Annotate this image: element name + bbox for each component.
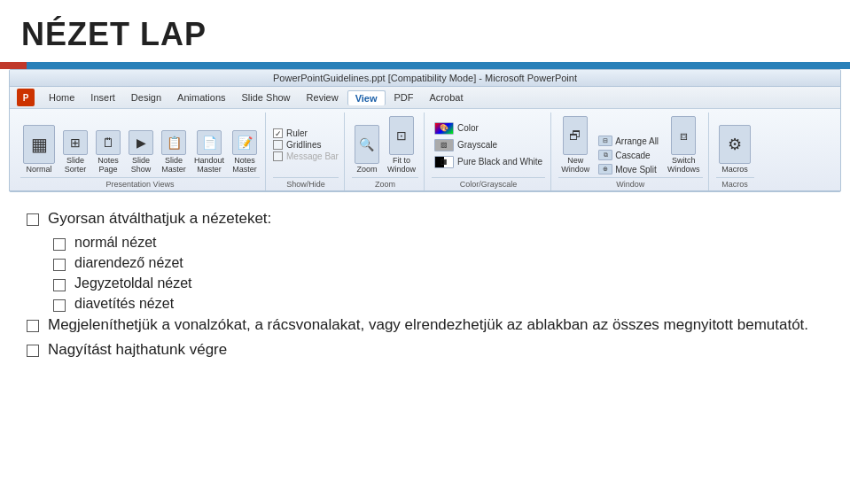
group-show-hide: Ruler Gridlines Message Bar Show/Hide [268,112,345,190]
bullet-icon-1c [53,279,66,291]
color-bar [0,62,850,69]
bullet-icon-2 [27,320,39,332]
messagebar-label: Message Bar [286,151,339,161]
ruler-checkbox[interactable] [273,128,283,138]
window-arrange-btns: ⊟ Arrange All ⧉ Cascade ⊕ Move Split [596,135,661,175]
group-label-macros: Macros [716,177,754,190]
btn-notes-page[interactable]: 🗒 NotesPage [93,128,123,175]
messagebar-checkbox[interactable] [273,151,283,161]
btn-normal[interactable]: ▦ Normal [20,123,58,175]
notes-master-icon: 📝 [232,130,257,155]
group-label-sh: Show/Hide [273,177,339,190]
bullet-text-1b: diarendező nézet [74,255,183,271]
color-buttons: 🎨 Color ▨ Grayscale ◨ Pure Black and Whi… [432,114,545,175]
page-title: NÉZET LAP [21,16,829,53]
move-split-icon: ⊕ [598,164,612,174]
bullet-icon-1 [27,213,39,226]
bullet-list: Gyorsan átválthatjuk a nézeteket: normál… [27,210,823,359]
ruler-row[interactable]: Ruler [273,128,339,138]
bullet-text-1c: Jegyzetoldal nézet [74,275,192,291]
menu-insert[interactable]: Insert [83,90,122,105]
btn-move-split[interactable]: ⊕ Move Split [596,163,661,175]
btn-handout-master[interactable]: 📄 HandoutMaster [191,128,227,175]
btn-arrange-label: Arrange All [615,136,659,146]
group-label-zoom: Zoom [352,177,418,190]
bw-icon: ◨ [434,156,454,168]
btn-new-window-label: NewWindow [561,156,589,174]
menu-pdf[interactable]: PDF [387,90,421,105]
cascade-icon: ⧉ [598,150,612,160]
pp-logo: P [17,89,35,106]
titlebar: PowerPointGuidelines.ppt [Compatibility … [10,70,840,87]
btn-switch-label: SwitchWindows [667,156,700,174]
btn-bw-label: Pure Black and White [457,157,542,167]
bullet-item-2: Megjeleníthetjük a vonalzókat, a rácsvon… [27,316,823,334]
btn-color[interactable]: 🎨 Color [432,121,545,136]
slide-master-icon: 📋 [161,130,186,155]
gridlines-row[interactable]: Gridlines [273,140,339,150]
group-zoom: 🔍 Zoom ⊡ Fit toWindow Zoom [347,112,425,190]
btn-slide-show[interactable]: ▶ SlideShow [126,128,156,175]
bullet-item-1b: diarendező nézet [27,255,823,271]
menu-review[interactable]: Review [300,90,346,105]
menu-animations[interactable]: Animations [170,90,232,105]
color-bar-blue [27,62,850,69]
menu-slideshow[interactable]: Slide Show [235,90,298,105]
btn-macros-label: Macros [721,165,748,174]
btn-switch-windows[interactable]: ⧈ SwitchWindows [665,114,703,175]
switch-windows-icon: ⧈ [671,116,696,155]
grayscale-icon: ▨ [434,139,454,151]
notes-page-icon: 🗒 [96,130,121,155]
btn-cascade[interactable]: ⧉ Cascade [596,149,661,161]
btn-grayscale-label: Grayscale [457,140,497,150]
gridlines-checkbox[interactable] [273,140,283,150]
bullet-item-3: Nagyítást hajthatunk végre [27,341,823,359]
btn-slide-show-label: SlideShow [131,156,152,174]
btn-zoom-label: Zoom [356,165,377,174]
normal-icon: ▦ [23,125,55,164]
ribbon-container: PowerPointGuidelines.ppt [Compatibility … [9,69,841,192]
btn-slide-sorter[interactable]: ⊞ SlideSorter [60,128,90,175]
btn-slide-master[interactable]: 📋 SlideMaster [159,128,189,175]
btn-macros[interactable]: ⚙ Macros [716,123,753,175]
fit-window-icon: ⊡ [389,116,414,155]
group-macros: ⚙ Macros Macros [711,112,760,190]
zoom-icon: 🔍 [355,125,379,164]
btn-arrange-all[interactable]: ⊟ Arrange All [596,135,661,147]
btn-new-window[interactable]: 🗗 NewWindow [558,114,592,175]
btn-grayscale[interactable]: ▨ Grayscale [432,138,545,152]
group-label-pv: Presentation Views [20,177,260,190]
arrange-all-icon: ⊟ [598,136,612,146]
btn-notes-master[interactable]: 📝 NotesMaster [230,128,260,175]
color-bar-red [0,62,27,69]
menu-acrobat[interactable]: Acrobat [423,90,471,105]
messagebar-row[interactable]: Message Bar [273,151,339,161]
new-window-icon: 🗗 [563,116,588,155]
bullet-item-1c: Jegyzetoldal nézet [27,275,823,291]
group-label-color: Color/Grayscale [432,177,545,190]
btn-bw[interactable]: ◨ Pure Black and White [432,155,545,169]
menu-home[interactable]: Home [42,90,82,105]
bullet-text-1a: normál nézet [74,235,157,251]
btn-normal-label: Normal [26,165,51,174]
menu-view[interactable]: View [347,90,386,105]
macros-buttons: ⚙ Macros [716,114,753,175]
menubar: P Home Insert Design Animations Slide Sh… [10,87,840,109]
gridlines-label: Gridlines [286,140,321,150]
bullet-icon-1d [53,299,66,312]
title-area: NÉZET LAP [0,0,850,62]
bullet-text-2: Megjeleníthetjük a vonalzókat, a rácsvon… [48,316,808,334]
btn-zoom[interactable]: 🔍 Zoom [352,123,382,175]
btn-notes-master-label: NotesMaster [232,156,257,174]
btn-handout-label: HandoutMaster [194,156,224,174]
menu-design[interactable]: Design [124,90,168,105]
bullet-item-1a: normál nézet [27,235,823,251]
macros-icon: ⚙ [719,125,751,164]
bullet-text-3: Nagyítást hajthatunk végre [48,341,227,359]
btn-cascade-label: Cascade [615,151,650,160]
btn-fit-window[interactable]: ⊡ Fit toWindow [385,114,418,175]
slide-show-icon: ▶ [129,130,153,155]
group-window: 🗗 NewWindow ⊟ Arrange All ⧉ Cascade ⊕ Mo… [553,112,708,190]
zoom-buttons: 🔍 Zoom ⊡ Fit toWindow [352,114,418,175]
btn-fit-label: Fit toWindow [387,156,416,174]
